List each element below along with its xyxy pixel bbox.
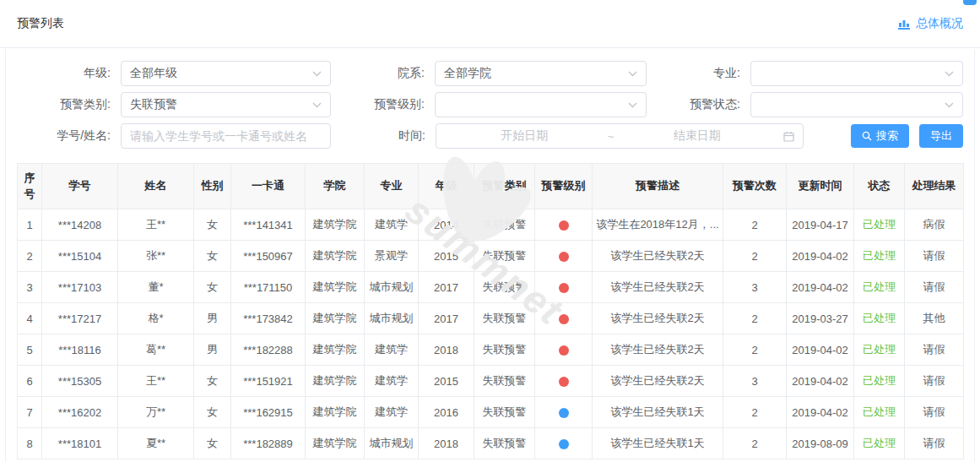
page-title: 预警列表 xyxy=(17,16,64,31)
warning-level-dot-red xyxy=(559,220,569,231)
cell-type: 失联预警 xyxy=(474,303,535,334)
cell-type: 失联预警 xyxy=(474,397,535,428)
date-range-picker[interactable]: 开始日期 ~ 结束日期 xyxy=(436,123,804,149)
export-button[interactable]: 导出 xyxy=(919,124,963,148)
table-row: 2***15104张**女***150967建筑学院景观学2015失联预警该学生… xyxy=(18,241,964,272)
cell-name: 张** xyxy=(118,241,194,272)
cell-desc: 该学生已经失联2天 xyxy=(593,303,723,334)
col-header-grade: 年级 xyxy=(419,164,474,209)
chevron-down-icon xyxy=(628,71,637,77)
chevron-down-icon xyxy=(312,102,322,108)
cell-no: 2 xyxy=(18,241,42,272)
cell-desc: 该学生已经失联1天 xyxy=(593,428,723,459)
cell-count: 3 xyxy=(723,366,787,397)
cell-grade: 2015 xyxy=(419,241,474,272)
time-label: 时间: xyxy=(331,128,436,144)
major-label: 专业: xyxy=(647,66,750,81)
col-header-type: 预警类别 xyxy=(474,164,535,209)
cell-result: 病假 xyxy=(905,209,964,241)
cell-card: ***182889 xyxy=(231,428,306,459)
warning-status-select[interactable] xyxy=(750,92,963,117)
table-row: 8***18101夏**女***182889建筑学院城市规划2018失联预警该学… xyxy=(18,428,964,459)
cell-count: 2 xyxy=(723,209,787,241)
filter-row-1: 年级: 全部年级 院系: 全部学院 专业: xyxy=(17,61,963,86)
warning-level-dot-blue xyxy=(559,439,569,449)
warning-type-select-value: 失联预警 xyxy=(130,97,177,112)
calendar-icon xyxy=(783,131,794,142)
col-header-count: 预警次数 xyxy=(723,164,787,209)
cell-card: ***150967 xyxy=(231,241,306,272)
col-header-level: 预警级别 xyxy=(535,164,593,209)
cell-type: 失联预警 xyxy=(474,272,535,303)
cell-major: 建筑学 xyxy=(365,334,419,366)
cell-type: 失联预警 xyxy=(474,209,535,241)
cell-desc: 该学生已经失联2天 xyxy=(593,272,723,303)
cell-level xyxy=(535,397,593,428)
cell-updated: 2019-04-02 xyxy=(787,334,854,366)
cell-status: 已处理 xyxy=(854,303,905,334)
cell-type: 失联预警 xyxy=(474,241,535,272)
filter-major: 专业: xyxy=(647,61,963,86)
warning-level-dot-red xyxy=(559,377,569,387)
cell-id: ***14208 xyxy=(42,209,118,241)
cell-gender: 男 xyxy=(194,303,231,334)
col-header-gender: 性别 xyxy=(194,164,231,209)
search-button[interactable]: 搜索 xyxy=(851,124,909,148)
col-header-no: 序号 xyxy=(18,164,42,209)
warning-table-section: 序号学号姓名性别一卡通学院专业年级预警类别预警级别预警描述预警次数更新时间状态处… xyxy=(17,163,963,459)
cell-no: 1 xyxy=(18,209,42,241)
student-search-input[interactable] xyxy=(121,123,331,149)
cell-updated: 2019-03-27 xyxy=(787,303,854,334)
col-header-id: 学号 xyxy=(42,164,118,209)
cut-off-blue-element xyxy=(963,0,977,5)
overview-link[interactable]: 总体概况 xyxy=(898,16,963,31)
cell-status: 已处理 xyxy=(854,366,905,397)
cell-major: 建筑学 xyxy=(365,366,419,397)
cell-desc: 该学生已经失联2天 xyxy=(593,241,723,272)
table-header: 序号学号姓名性别一卡通学院专业年级预警类别预警级别预警描述预警次数更新时间状态处… xyxy=(18,164,964,209)
warning-level-select[interactable] xyxy=(435,92,647,117)
cell-desc: 该学生已经失联2天 xyxy=(593,334,723,366)
cell-card: ***182288 xyxy=(231,334,306,366)
grade-select[interactable]: 全部年级 xyxy=(121,61,331,86)
cell-grade: 2017 xyxy=(419,303,474,334)
cell-card: ***173842 xyxy=(231,303,306,334)
major-select[interactable] xyxy=(750,61,963,86)
table-header-row: 序号学号姓名性别一卡通学院专业年级预警类别预警级别预警描述预警次数更新时间状态处… xyxy=(18,164,964,209)
cell-count: 2 xyxy=(723,397,787,428)
cell-major: 建筑学 xyxy=(365,397,419,428)
cell-count: 2 xyxy=(723,241,787,272)
cell-no: 6 xyxy=(18,366,42,397)
warning-level-dot-red xyxy=(559,345,569,356)
start-date-placeholder[interactable]: 开始日期 xyxy=(445,128,604,144)
cell-count: 2 xyxy=(723,334,787,366)
cell-level xyxy=(535,241,593,272)
cell-major: 城市规划 xyxy=(365,303,419,334)
cell-grade: 2018 xyxy=(419,428,474,459)
department-select[interactable]: 全部学院 xyxy=(435,61,647,86)
cell-status: 已处理 xyxy=(854,397,905,428)
department-label: 院系: xyxy=(331,66,435,81)
cell-major: 景观学 xyxy=(365,241,419,272)
cell-status: 已处理 xyxy=(854,209,905,241)
cell-type: 失联预警 xyxy=(474,334,535,366)
warning-level-label: 预警级别: xyxy=(331,97,435,112)
col-header-status: 状态 xyxy=(854,164,905,209)
cell-level xyxy=(535,366,593,397)
cell-grade: 2014 xyxy=(419,209,474,241)
warning-type-label: 预警类别: xyxy=(17,97,121,112)
table-row: 6***15305王**女***151921建筑学院建筑学2015失联预警该学生… xyxy=(18,366,964,397)
cell-id: ***17217 xyxy=(42,303,118,334)
cell-updated: 2019-04-02 xyxy=(787,241,854,272)
end-date-placeholder[interactable]: 结束日期 xyxy=(617,128,777,144)
filter-student: 学号/姓名: xyxy=(17,123,331,149)
cell-name: 万** xyxy=(118,397,194,428)
cell-name: 王** xyxy=(118,366,194,397)
cell-no: 4 xyxy=(18,303,42,334)
col-header-result: 处理结果 xyxy=(905,164,964,209)
cell-updated: 2019-08-09 xyxy=(787,428,854,459)
warning-type-select[interactable]: 失联预警 xyxy=(121,92,331,117)
cell-result: 请假 xyxy=(905,397,964,428)
cell-result: 其他 xyxy=(905,303,964,334)
cell-name: 葛** xyxy=(118,334,194,366)
